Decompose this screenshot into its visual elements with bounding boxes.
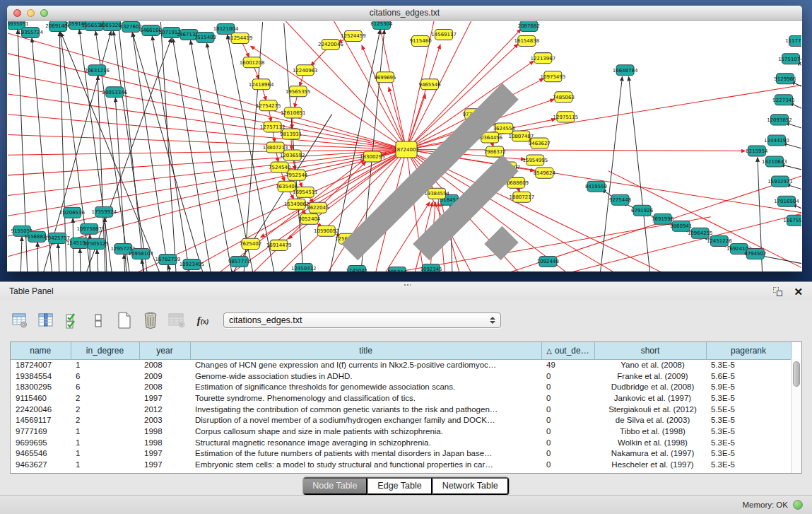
minimize-window-button[interactable] bbox=[27, 9, 35, 17]
table-cell[interactable]: 2008 bbox=[139, 381, 190, 392]
window-resize-grip[interactable] bbox=[8, 21, 800, 270]
table-cell[interactable]: 0 bbox=[541, 426, 594, 437]
table-cell[interactable]: 5.6E-5 bbox=[706, 370, 791, 382]
row-options-button[interactable] bbox=[88, 310, 108, 330]
table-cell[interactable]: Genome-wide association studies in ADHD. bbox=[190, 370, 541, 382]
table-cell[interactable]: Wolkin et al. (1998) bbox=[594, 437, 706, 448]
column-header-pagerank[interactable]: pagerank bbox=[706, 342, 791, 359]
table-cell[interactable]: 14569117 bbox=[11, 414, 71, 426]
table-cell[interactable]: 2 bbox=[71, 414, 139, 426]
table-selector[interactable]: citations_edges.txt bbox=[223, 313, 501, 328]
table-cell[interactable]: 0 bbox=[541, 414, 594, 426]
table-cell[interactable]: Structural magnetic resonance image aver… bbox=[190, 437, 541, 448]
table-cell[interactable]: Changes of HCN gene expression and I(f) … bbox=[190, 359, 541, 370]
table-cell[interactable]: 2 bbox=[71, 404, 139, 415]
table-cell[interactable]: 1 bbox=[71, 359, 139, 370]
column-header-short[interactable]: short bbox=[594, 342, 706, 359]
column-header-in_degree[interactable]: in_degree bbox=[71, 342, 139, 359]
scrollbar-thumb[interactable] bbox=[793, 361, 800, 387]
new-column-button[interactable] bbox=[114, 310, 134, 330]
table-cell[interactable]: 5.3E-5 bbox=[706, 426, 791, 437]
table-cell[interactable]: 5.3E-5 bbox=[706, 392, 791, 404]
table-row[interactable]: 946362711997Embryonic stem cells: a mode… bbox=[11, 459, 791, 470]
table-cell[interactable]: 1 bbox=[71, 448, 139, 460]
table-row[interactable]: 1872400712008Changes of HCN gene express… bbox=[11, 359, 791, 370]
table-cell[interactable]: 1997 bbox=[139, 459, 190, 470]
table-cell[interactable]: 2012 bbox=[139, 404, 190, 415]
table-cell[interactable]: 5.3E-5 bbox=[706, 459, 791, 470]
zoom-window-button[interactable] bbox=[40, 9, 48, 17]
table-cell[interactable]: Disruption of a novel member of a sodium… bbox=[190, 414, 541, 426]
table-cell[interactable]: 22420046 bbox=[11, 404, 71, 415]
float-panel-icon[interactable] bbox=[773, 287, 782, 296]
table-cell[interactable]: 5.9E-5 bbox=[706, 381, 791, 392]
table-cell[interactable]: 5.5E-5 bbox=[706, 404, 791, 415]
tab-network-table[interactable]: Network Table bbox=[433, 477, 509, 495]
table-row[interactable]: 946554611997Estimation of the future num… bbox=[11, 448, 791, 460]
table-cell[interactable]: 1997 bbox=[139, 448, 190, 460]
delete-table-button[interactable] bbox=[167, 310, 187, 330]
table-cell[interactable]: 1 bbox=[71, 437, 139, 448]
table-cell[interactable]: 1997 bbox=[139, 392, 190, 404]
table-cell[interactable]: Stergiakouli et al. (2012) bbox=[594, 404, 706, 415]
table-row[interactable]: 2242004622012Investigating the contribut… bbox=[11, 404, 791, 415]
table-cell[interactable]: 0 bbox=[541, 370, 594, 382]
table-cell[interactable]: Yano et al. (2008) bbox=[594, 359, 706, 370]
table-cell[interactable]: 2008 bbox=[139, 359, 190, 370]
table-cell[interactable]: 2003 bbox=[139, 414, 190, 426]
table-cell[interactable]: 0 bbox=[541, 392, 594, 404]
panel-splitter-handle[interactable] bbox=[404, 284, 411, 286]
table-cell[interactable]: 0 bbox=[541, 459, 594, 470]
table-row[interactable]: 1938455462009Genome-wide association stu… bbox=[11, 370, 791, 382]
table-cell[interactable]: Estimation of the future numbers of pati… bbox=[190, 448, 541, 460]
table-cell[interactable]: Investigating the contribution of common… bbox=[190, 404, 541, 415]
column-header-year[interactable]: year bbox=[139, 342, 190, 359]
table-cell[interactable]: 18300295 bbox=[11, 381, 71, 392]
table-cell[interactable]: 5.3E-5 bbox=[706, 448, 791, 460]
table-cell[interactable]: 0 bbox=[541, 448, 594, 460]
table-cell[interactable]: 5.3E-5 bbox=[706, 437, 791, 448]
table-cell[interactable]: Corpus callosum shape and size in male p… bbox=[190, 426, 541, 437]
table-cell[interactable]: 2009 bbox=[139, 370, 190, 382]
close-window-button[interactable] bbox=[13, 9, 21, 17]
show-columns-button[interactable] bbox=[36, 310, 56, 330]
table-row[interactable]: 911546021997Tourette syndrome. Phenomeno… bbox=[11, 392, 791, 404]
table-cell[interactable]: 6 bbox=[71, 381, 139, 392]
function-builder-button[interactable]: f(x) bbox=[193, 310, 213, 330]
table-cell[interactable]: Jankovic et al. (1997) bbox=[594, 392, 706, 404]
table-cell[interactable]: 18724007 bbox=[11, 359, 71, 370]
memory-status-dot[interactable] bbox=[793, 500, 803, 510]
table-cell[interactable]: 49 bbox=[541, 359, 594, 370]
table-row[interactable]: 969969511998Structural magnetic resonanc… bbox=[11, 437, 791, 448]
close-panel-icon[interactable]: ✕ bbox=[794, 287, 803, 296]
table-scrollbar[interactable] bbox=[791, 359, 801, 473]
table-cell[interactable]: 5.3E-5 bbox=[706, 359, 791, 370]
table-cell[interactable]: 19384554 bbox=[11, 370, 71, 382]
tab-edge-table[interactable]: Edge Table bbox=[367, 477, 432, 495]
table-cell[interactable]: Tibbo et al. (1998) bbox=[594, 426, 706, 437]
table-cell[interactable]: 9699695 bbox=[11, 437, 71, 448]
table-cell[interactable]: 6 bbox=[71, 370, 139, 382]
network-canvas[interactable]: 1693505119355724206914062059140419565340… bbox=[8, 21, 801, 271]
table-cell[interactable]: Hescheler et al. (1997) bbox=[594, 459, 706, 470]
table-row[interactable]: 1456911722003Disruption of a novel membe… bbox=[11, 414, 791, 426]
table-cell[interactable]: Estimation of significance thresholds fo… bbox=[190, 381, 541, 392]
table-cell[interactable]: 0 bbox=[541, 437, 594, 448]
delete-columns-button[interactable] bbox=[141, 310, 160, 330]
tab-node-table[interactable]: Node Table bbox=[303, 477, 367, 495]
table-cell[interactable]: 0 bbox=[541, 381, 594, 392]
table-row[interactable]: 1830029562008Estimation of significance … bbox=[11, 381, 791, 392]
table-cell[interactable]: 0 bbox=[541, 404, 594, 415]
table-cell[interactable]: de Silva et al. (2003) bbox=[594, 414, 706, 426]
column-header-title[interactable]: title bbox=[190, 342, 541, 359]
table-cell[interactable]: Dudbridge et al. (2008) bbox=[594, 381, 706, 392]
table-cell[interactable]: 1 bbox=[71, 426, 139, 437]
table-cell[interactable]: 9465546 bbox=[11, 448, 71, 460]
select-columns-button[interactable] bbox=[62, 310, 82, 330]
table-cell[interactable]: 1 bbox=[71, 459, 139, 470]
table-cell[interactable]: Nakamura et al. (1997) bbox=[594, 448, 706, 460]
table-cell[interactable]: 9777169 bbox=[11, 426, 71, 437]
table-cell[interactable]: 9463627 bbox=[11, 459, 71, 470]
table-cell[interactable]: 1998 bbox=[139, 426, 190, 437]
table-mode-button[interactable] bbox=[10, 310, 30, 330]
